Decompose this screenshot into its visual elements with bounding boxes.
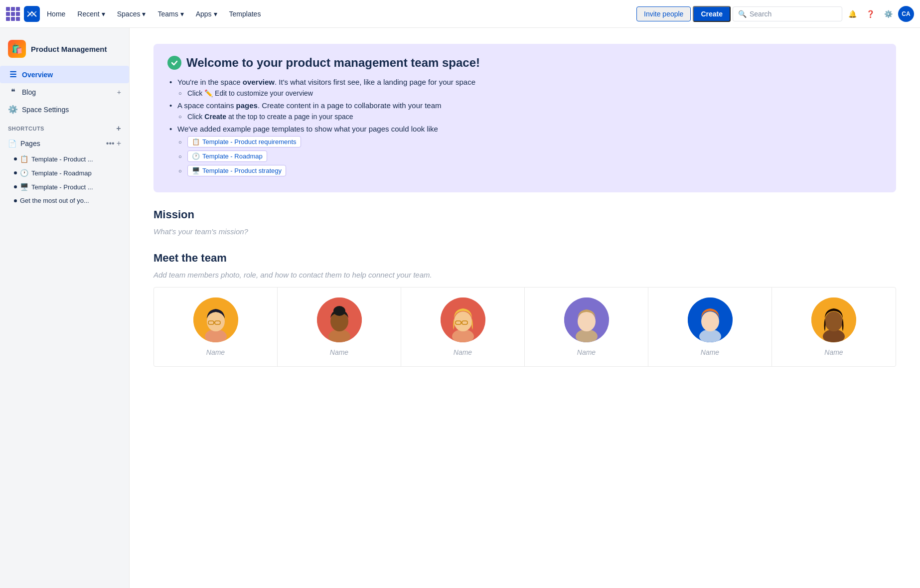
space-name: Product Management: [31, 45, 107, 53]
home-nav[interactable]: Home: [42, 7, 70, 21]
sidebar-overview-item[interactable]: ☰ Overview: [0, 66, 129, 83]
pages-header-left: 📄 Pages: [8, 140, 40, 147]
list-item: You're in the space overview. It's what …: [167, 78, 882, 97]
search-icon: 🔍: [738, 10, 747, 18]
bullet-icon: [14, 157, 17, 160]
list-item[interactable]: 🖥️ Template - Product ...: [0, 180, 129, 194]
space-header: 🛍️ Product Management: [0, 36, 129, 66]
notifications-button[interactable]: 🔔: [844, 6, 860, 22]
team-member-6: Name: [772, 288, 896, 366]
space-icon: 🛍️: [8, 40, 26, 58]
avatar: [441, 297, 485, 342]
help-button[interactable]: ❓: [862, 6, 878, 22]
list-item: 📋 Template - Product requirements: [177, 136, 882, 147]
list-item: We've added example page templates to sh…: [167, 125, 882, 176]
team-member-1: Name: [154, 288, 278, 366]
blog-icon: ❝: [8, 87, 18, 97]
pages-more-button[interactable]: •••: [106, 139, 115, 148]
mission-title: Mission: [153, 208, 896, 221]
sidebar-space-settings-item[interactable]: ⚙️ Space Settings: [0, 101, 129, 118]
avatar: [811, 297, 856, 342]
teams-nav[interactable]: Teams ▾: [153, 7, 188, 21]
avatar: [193, 297, 238, 342]
overview-icon: ☰: [8, 70, 18, 79]
confluence-logo[interactable]: [24, 6, 40, 22]
check-icon: [167, 56, 181, 70]
bullet-icon: [14, 199, 17, 202]
shortcuts-add-button[interactable]: +: [116, 124, 121, 133]
invite-people-button[interactable]: Invite people: [636, 6, 691, 21]
shortcuts-section-header: SHORTCUTS +: [0, 118, 129, 135]
meet-subtitle: Add team members photo, role, and how to…: [153, 271, 896, 279]
avatar: [688, 297, 733, 342]
team-grid: Name: [153, 287, 896, 367]
templates-nav[interactable]: Templates: [224, 7, 266, 21]
banner-list: You're in the space overview. It's what …: [167, 78, 882, 176]
pages-header: 📄 Pages ••• +: [0, 135, 129, 152]
team-member-name: Name: [701, 348, 719, 356]
list-item: A space contains pages. Create content i…: [167, 101, 882, 121]
search-box[interactable]: 🔍 Search: [733, 6, 842, 21]
mission-section: Mission What's your team's mission?: [153, 208, 896, 236]
avatar: [317, 297, 362, 342]
team-member-5: Name: [648, 288, 772, 366]
spaces-nav[interactable]: Spaces ▾: [112, 7, 151, 21]
sidebar: 🛍️ Product Management ☰ Overview ❝ Blog …: [0, 28, 130, 588]
list-item[interactable]: Get the most out of yo...: [0, 194, 129, 207]
bullet-icon: [14, 185, 17, 188]
team-member-name: Name: [206, 348, 225, 356]
team-section: Meet the team Add team members photo, ro…: [153, 252, 896, 367]
welcome-title: Welcome to your product management team …: [167, 56, 882, 70]
avatar: [564, 297, 609, 342]
team-member-4: Name: [525, 288, 648, 366]
pages-icon: 📄: [8, 140, 16, 147]
main-content: Welcome to your product management team …: [130, 28, 920, 588]
bullet-icon: [14, 171, 17, 174]
apps-grid-icon[interactable]: [6, 7, 20, 21]
team-member-name: Name: [824, 348, 843, 356]
list-item[interactable]: 🕐 Template - Roadmap: [0, 166, 129, 180]
svg-point-19: [578, 311, 596, 331]
welcome-banner: Welcome to your product management team …: [153, 44, 896, 192]
create-button[interactable]: Create: [693, 6, 731, 22]
svg-point-25: [825, 311, 843, 331]
list-item: Click ✏️ Edit to customize your overview: [177, 89, 882, 97]
sidebar-blog-item[interactable]: ❝ Blog +: [0, 83, 129, 101]
template-roadmap-link[interactable]: 🕐 Template - Roadmap: [187, 150, 267, 162]
blog-add-icon[interactable]: +: [117, 88, 121, 96]
meet-title: Meet the team: [153, 252, 896, 265]
svg-point-13: [454, 311, 472, 331]
list-item: 🕐 Template - Roadmap: [177, 150, 882, 162]
mission-placeholder: What's your team's mission?: [153, 227, 896, 236]
top-navigation: Home Recent ▾ Spaces ▾ Teams ▾ Apps ▾ Te…: [0, 0, 920, 28]
settings-button[interactable]: ⚙️: [880, 6, 896, 22]
list-item[interactable]: 📋 Template - Product ...: [0, 152, 129, 166]
pages-add-button[interactable]: +: [117, 139, 121, 148]
sidebar-pages: 📋 Template - Product ... 🕐 Template - Ro…: [0, 152, 129, 211]
apps-nav[interactable]: Apps ▾: [191, 7, 222, 21]
list-item: 🖥️ Template - Product strategy: [177, 165, 882, 176]
pages-header-actions: ••• +: [106, 139, 121, 148]
team-member-name: Name: [454, 348, 472, 356]
template-requirements-link[interactable]: 📋 Template - Product requirements: [187, 136, 301, 147]
team-member-name: Name: [577, 348, 596, 356]
team-member-2: Name: [278, 288, 401, 366]
svg-point-22: [701, 311, 719, 331]
team-member-name: Name: [330, 348, 348, 356]
main-layout: 🛍️ Product Management ☰ Overview ❝ Blog …: [0, 28, 920, 588]
list-item: Click Create at the top to create a page…: [177, 113, 882, 121]
user-avatar-button[interactable]: CA: [898, 6, 914, 22]
template-strategy-link[interactable]: 🖥️ Template - Product strategy: [187, 165, 286, 176]
team-member-3: Name: [401, 288, 525, 366]
settings-icon: ⚙️: [8, 105, 18, 114]
recent-nav[interactable]: Recent ▾: [72, 7, 110, 21]
